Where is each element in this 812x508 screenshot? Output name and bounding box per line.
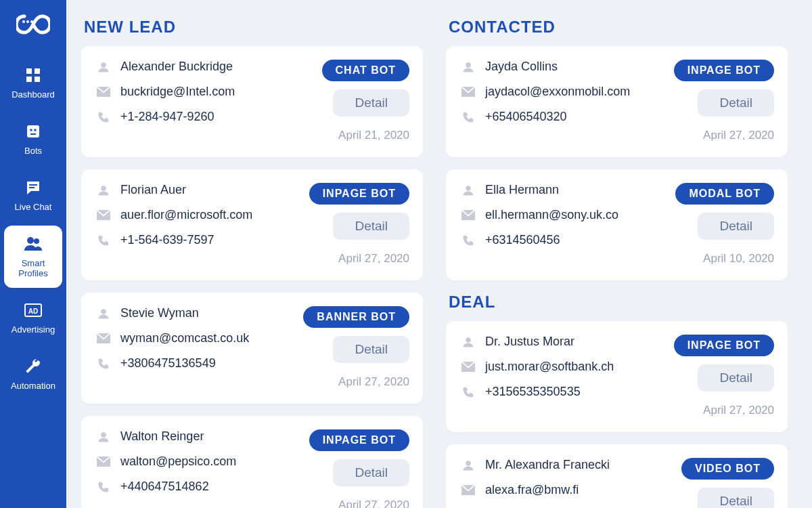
svg-point-9 (34, 129, 37, 131)
detail-button[interactable]: Detail (698, 488, 774, 508)
svg-rect-3 (26, 68, 32, 74)
lead-email: auer.flor@microsoft.com (120, 208, 252, 222)
lead-card: Alexander Buckridge buckridge@Intel.com … (81, 46, 423, 157)
lead-phone: +65406540320 (485, 110, 567, 124)
envelope-icon (461, 360, 476, 374)
sidebar-nav: Dashboard Bots Live Chat Smart Profiles (0, 57, 66, 404)
lead-email: jaydacol@exxonmobil.com (485, 85, 630, 99)
envelope-icon (96, 209, 111, 222)
sidebar-item-bots[interactable]: Bots (4, 113, 62, 165)
lead-email: buckridge@Intel.com (120, 85, 235, 99)
sidebar-item-label: Smart Profiles (7, 258, 60, 278)
lead-date: April 21, 2020 (338, 129, 409, 142)
lead-name: Dr. Justus Morar (485, 335, 574, 349)
envelope-icon (96, 455, 111, 469)
bot-badge: INPAGE BOT (674, 60, 774, 81)
lead-date: April 27, 2020 (703, 404, 774, 417)
envelope-icon (461, 484, 476, 497)
lead-email: just.morar@softbank.ch (485, 360, 614, 374)
sidebar-item-automation[interactable]: Automation (4, 348, 62, 400)
person-icon (461, 335, 476, 349)
sidebar-item-label: Live Chat (7, 202, 60, 212)
person-icon (461, 60, 476, 74)
svg-point-17 (101, 62, 106, 68)
envelope-icon (96, 85, 111, 99)
lead-name: Ella Hermann (485, 183, 559, 197)
bot-badge: MODAL BOT (675, 183, 774, 205)
lead-date: April 27, 2020 (338, 499, 409, 508)
phone-icon (96, 357, 111, 371)
sidebar-item-livechat[interactable]: Live Chat (4, 169, 62, 221)
svg-point-27 (466, 186, 471, 191)
person-icon (461, 184, 476, 197)
person-icon (96, 430, 111, 444)
svg-point-0 (22, 20, 25, 23)
phone-icon (96, 480, 111, 494)
bot-badge: BANNER BOT (303, 306, 409, 328)
envelope-icon (461, 209, 476, 222)
lead-phone: +440647514862 (120, 480, 209, 494)
column-title: DEAL (449, 293, 788, 312)
column-title: NEW LEAD (84, 18, 432, 37)
lead-card: Stevie Wyman wyman@comcast.co.uk +380647… (81, 293, 423, 404)
envelope-icon (96, 332, 111, 345)
column-scroll[interactable]: Jayda Collins jaydacol@exxonmobil.com +6… (446, 46, 797, 508)
column-scroll[interactable]: Alexander Buckridge buckridge@Intel.com … (81, 46, 432, 508)
svg-rect-7 (27, 125, 39, 137)
sidebar-item-label: Dashboard (7, 89, 60, 100)
person-icon (96, 184, 111, 197)
phone-icon (461, 385, 476, 399)
detail-button[interactable]: Detail (333, 336, 409, 363)
chat-icon (22, 177, 45, 198)
svg-text:AD: AD (28, 308, 38, 315)
envelope-icon (461, 85, 476, 99)
lead-name: Alexander Buckridge (120, 60, 233, 74)
svg-rect-6 (35, 77, 40, 82)
sidebar-item-advertising[interactable]: AD Advertising (4, 292, 62, 344)
lead-name: Jayda Collins (485, 60, 558, 74)
sidebar: Dashboard Bots Live Chat Smart Profiles (0, 0, 66, 508)
svg-point-14 (34, 238, 39, 244)
sidebar-item-label: Automation (7, 381, 60, 391)
detail-button[interactable]: Detail (698, 364, 774, 391)
bot-badge: CHAT BOT (322, 60, 409, 81)
sidebar-item-smartprofiles[interactable]: Smart Profiles (4, 226, 62, 288)
phone-icon (461, 110, 476, 124)
phone-icon (461, 234, 476, 247)
sidebar-item-label: Advertising (7, 324, 60, 335)
svg-point-8 (30, 129, 32, 131)
bot-badge: INPAGE BOT (674, 335, 774, 356)
kanban-board: NEW LEAD Alexander Buckridge buckridge@I… (66, 0, 812, 508)
grid-icon (22, 65, 45, 85)
svg-point-29 (466, 337, 471, 343)
lead-phone: +6314560456 (485, 233, 560, 247)
lead-email: ell.hermann@sony.uk.co (485, 208, 618, 222)
users-icon (22, 234, 45, 254)
lead-phone: +3156535350535 (485, 385, 581, 399)
lead-name: Walton Reinger (120, 429, 204, 444)
detail-button[interactable]: Detail (698, 89, 774, 117)
svg-point-13 (27, 237, 34, 244)
svg-point-1 (26, 20, 29, 23)
sidebar-item-dashboard[interactable]: Dashboard (4, 57, 62, 109)
column-title: CONTACTED (449, 18, 797, 37)
person-icon (461, 459, 476, 472)
svg-rect-5 (26, 77, 32, 82)
app-logo (13, 9, 53, 39)
person-icon (96, 307, 111, 320)
detail-button[interactable]: Detail (333, 213, 409, 240)
lead-date: April 27, 2020 (338, 252, 409, 266)
detail-button[interactable]: Detail (333, 459, 409, 486)
bot-face-icon (22, 121, 45, 142)
svg-point-31 (466, 461, 471, 466)
detail-button[interactable]: Detail (333, 89, 409, 117)
svg-point-19 (101, 186, 106, 191)
lead-email: alexa.fra@bmw.fi (485, 483, 579, 497)
detail-button[interactable]: Detail (698, 213, 774, 240)
lead-date: April 10, 2020 (703, 252, 774, 266)
lead-date: April 27, 2020 (703, 129, 774, 142)
lead-phone: +3806475136549 (120, 356, 216, 371)
lead-card: Jayda Collins jaydacol@exxonmobil.com +6… (446, 46, 788, 157)
lead-card: Florian Auer auer.flor@microsoft.com +1-… (81, 169, 423, 280)
lead-name: Stevie Wyman (120, 306, 199, 320)
